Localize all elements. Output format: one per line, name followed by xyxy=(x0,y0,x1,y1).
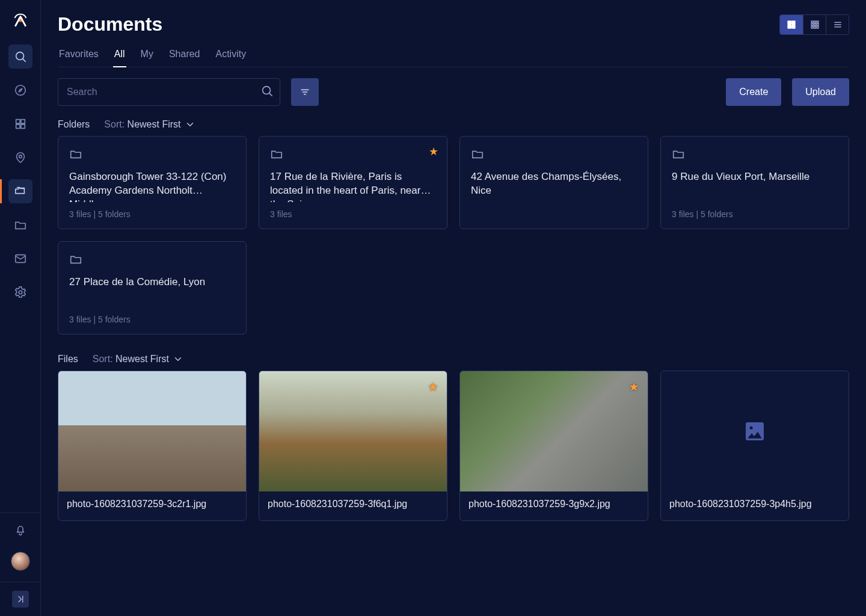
nav-notifications[interactable] xyxy=(8,518,32,542)
folder-meta: 3 files xyxy=(270,209,436,219)
star-icon[interactable]: ★ xyxy=(429,145,438,158)
svg-rect-22 xyxy=(814,26,815,28)
files-sort-dropdown[interactable]: Newest First xyxy=(115,354,183,365)
file-card[interactable]: ★ photo-1608231037259-3f6q1.jpg xyxy=(259,371,447,521)
rail-nav-group xyxy=(8,40,32,309)
folders-sort-value: Newest First xyxy=(127,119,181,130)
folder-meta: 3 files | 5 folders xyxy=(69,315,235,324)
svg-marker-3 xyxy=(19,88,22,92)
gear-icon xyxy=(14,286,27,299)
folder-title: 17 Rue de la Rivière, Paris is located i… xyxy=(270,170,436,202)
nav-mail[interactable] xyxy=(8,247,32,271)
tab-activity[interactable]: Activity xyxy=(215,45,248,67)
nav-rail xyxy=(0,0,41,616)
file-name: photo-1608231037259-3c2r1.jpg xyxy=(58,491,246,517)
folder-grid: Gainsborough Tower 33-122 (Con) Academy … xyxy=(58,136,849,334)
view-list-button[interactable] xyxy=(826,15,849,34)
star-icon[interactable]: ★ xyxy=(428,380,438,394)
view-toggle xyxy=(779,14,849,35)
toolbar: Create Upload xyxy=(58,78,849,106)
nav-dashboard[interactable] xyxy=(8,112,32,136)
file-thumbnail xyxy=(58,371,246,491)
page-title: Documents xyxy=(58,13,162,35)
svg-rect-12 xyxy=(792,21,795,24)
file-thumbnail xyxy=(259,371,447,491)
svg-rect-7 xyxy=(20,125,24,128)
folder-icon xyxy=(69,253,235,268)
svg-rect-16 xyxy=(814,21,815,23)
star-icon[interactable]: ★ xyxy=(628,380,639,394)
main-content: Documents Favorites All My Shared Activi… xyxy=(41,0,866,616)
chevron-right-bar-icon xyxy=(15,594,26,605)
nav-map[interactable] xyxy=(8,146,32,170)
svg-rect-23 xyxy=(817,26,818,28)
folder-icon xyxy=(14,218,27,232)
rail-expand-button[interactable] xyxy=(12,591,29,608)
svg-rect-6 xyxy=(16,125,19,128)
view-grid-small-button[interactable] xyxy=(803,15,826,34)
image-icon xyxy=(743,419,767,443)
folders-icon xyxy=(14,185,27,198)
folder-card[interactable]: ★ 17 Rue de la Rivière, Paris is located… xyxy=(259,136,447,229)
search-input[interactable] xyxy=(67,79,252,105)
grid-small-icon xyxy=(809,19,820,30)
svg-point-10 xyxy=(19,291,22,294)
svg-rect-17 xyxy=(817,21,818,23)
files-sort-value: Newest First xyxy=(115,354,169,365)
file-card[interactable]: ★ photo-1608231037259-3g9x2.jpg xyxy=(459,371,648,521)
svg-rect-14 xyxy=(792,25,795,28)
nav-search[interactable] xyxy=(8,45,32,69)
view-grid-large-button[interactable] xyxy=(780,15,803,34)
nav-settings[interactable] xyxy=(8,280,32,304)
app-logo xyxy=(10,11,31,31)
folder-icon xyxy=(270,147,436,163)
file-thumbnail xyxy=(460,371,648,491)
file-name: photo-1608231037259-3p4h5.jpg xyxy=(661,491,849,517)
folder-card[interactable]: 9 Rue du Vieux Port, Marseille 3 files |… xyxy=(660,136,849,229)
svg-rect-15 xyxy=(811,21,813,23)
compass-icon xyxy=(14,84,27,97)
tab-shared[interactable]: Shared xyxy=(168,45,201,67)
svg-rect-11 xyxy=(788,21,791,24)
search-icon xyxy=(14,50,27,63)
folder-icon xyxy=(471,147,637,163)
map-pin-icon xyxy=(14,151,27,164)
folders-sort-dropdown[interactable]: Newest First xyxy=(127,119,195,130)
avatar[interactable] xyxy=(11,552,30,571)
file-card[interactable]: photo-1608231037259-3p4h5.jpg xyxy=(660,371,849,521)
folder-card[interactable]: Gainsborough Tower 33-122 (Con) Academy … xyxy=(58,136,247,229)
tab-my[interactable]: My xyxy=(140,45,155,67)
folder-card[interactable]: 42 Avenue des Champs-Élysées, Nice xyxy=(459,136,648,229)
svg-rect-5 xyxy=(20,120,24,123)
file-grid: photo-1608231037259-3c2r1.jpg ★ photo-16… xyxy=(58,371,849,521)
file-thumbnail-placeholder xyxy=(661,371,849,491)
create-button[interactable]: Create xyxy=(726,78,781,106)
files-label: Files xyxy=(58,354,78,365)
bell-icon xyxy=(14,523,27,537)
search-icon[interactable] xyxy=(260,84,274,100)
svg-point-27 xyxy=(263,87,271,94)
svg-point-2 xyxy=(15,85,25,96)
folder-icon xyxy=(672,147,838,163)
nav-documents[interactable] xyxy=(8,179,32,203)
nav-explore[interactable] xyxy=(8,78,32,102)
folder-meta: 3 files | 5 folders xyxy=(69,209,235,219)
svg-rect-20 xyxy=(817,24,818,26)
list-icon xyxy=(832,19,843,30)
nav-folder[interactable] xyxy=(8,213,32,237)
files-section-head: Files Sort: Newest First xyxy=(58,354,849,365)
svg-point-1 xyxy=(16,52,23,60)
chevron-down-icon xyxy=(185,119,195,130)
tabs: Favorites All My Shared Activity xyxy=(58,45,849,67)
folder-meta: 3 files | 5 folders xyxy=(672,209,838,219)
svg-rect-4 xyxy=(16,120,19,123)
file-card[interactable]: photo-1608231037259-3c2r1.jpg xyxy=(58,371,247,521)
filter-button[interactable] xyxy=(291,78,319,106)
upload-button[interactable]: Upload xyxy=(792,78,849,106)
folder-icon xyxy=(69,147,235,163)
svg-rect-19 xyxy=(814,24,815,26)
chevron-down-icon xyxy=(173,354,183,365)
tab-all[interactable]: All xyxy=(113,45,126,67)
folder-card[interactable]: 27 Place de la Comédie, Lyon 3 files | 5… xyxy=(58,241,247,334)
tab-favorites[interactable]: Favorites xyxy=(58,45,100,67)
